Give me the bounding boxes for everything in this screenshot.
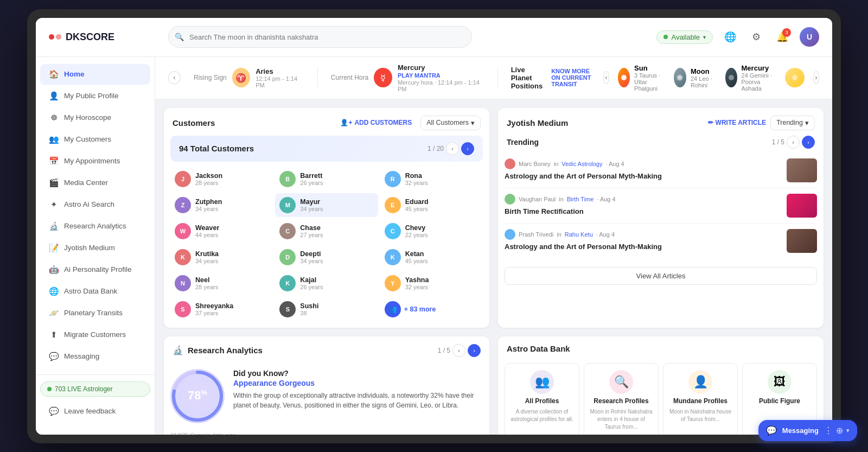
all-profiles-desc: A diverse collection of astrological pro… — [509, 408, 575, 423]
search-input[interactable] — [168, 26, 472, 48]
planet-prev-btn[interactable]: ‹ — [168, 71, 181, 84]
customers-page: 1 / 20 — [427, 145, 444, 152]
status-dot — [663, 35, 668, 39]
sidebar-item-feedback[interactable]: 💬 Leave feedback — [40, 401, 150, 422]
add-customers-btn[interactable]: 👤+ ADD CUSTOMERS — [336, 117, 416, 129]
trending-dropdown[interactable]: Trending ▾ — [770, 116, 815, 130]
articles-next-btn[interactable]: › — [802, 136, 815, 149]
name-deepti: Deepti — [300, 250, 323, 258]
public-figure-icon: 🖼 — [768, 370, 792, 394]
sidebar-label-jyotish: Jyotish Medium — [64, 244, 115, 252]
know-more-link[interactable]: KNOW MORE ON CURRENT TRANSIT — [551, 68, 595, 87]
customer-mayur[interactable]: M Mayur 34 years — [275, 193, 378, 217]
customer-shreeyanka[interactable]: S Shreeyanka 37 years — [170, 297, 273, 321]
rising-sign-name: Aries — [256, 67, 304, 75]
db-card-mundane[interactable]: 👤 Mundane Profiles Moon in Nakshatra hou… — [663, 363, 738, 435]
sidebar-item-customers[interactable]: 👥 My Customers — [40, 129, 150, 150]
sidebar-item-messaging[interactable]: 💬 Messaging — [40, 346, 150, 367]
customer-weaver[interactable]: W Weaver 44 years — [170, 219, 273, 243]
avatar-barrett: B — [279, 171, 296, 187]
info-chevy: Chevy 22 years — [405, 224, 428, 238]
avatar-mayur: M — [279, 197, 296, 213]
customer-chevy[interactable]: C Chevy 22 years — [380, 219, 483, 243]
play-mantra-link[interactable]: PLAY MANTRA — [398, 72, 441, 79]
article-1[interactable]: Marc Boney in Vedic Astrology · Aug 4 As… — [505, 153, 817, 188]
research-prev-btn[interactable]: ‹ — [452, 344, 465, 357]
view-all-articles-btn[interactable]: View All Articles — [505, 267, 817, 285]
sidebar-item-jyotish[interactable]: 📝 Jyotish Medium — [40, 238, 150, 258]
planet-sun: Sun 3 Taurus · Uttar Phalguni — [618, 64, 665, 92]
notification-icon[interactable]: 🔔 3 — [774, 28, 791, 46]
more-customers-badge[interactable]: 👥 + 83 more — [380, 297, 483, 321]
db-card-research[interactable]: 🔍 Research Profiles Moon in Rohini Naksh… — [584, 363, 659, 435]
customer-zutphen[interactable]: Z Zutphen 34 years — [170, 193, 273, 217]
in-label-2: in — [559, 196, 564, 202]
home-icon: 🏠 — [49, 69, 59, 79]
sun-info: Sun 3 Taurus · Uttar Phalguni — [634, 64, 665, 92]
author-avatar-3 — [505, 229, 515, 240]
sidebar-item-ai-search[interactable]: ✦ Astro Ai Search — [40, 194, 150, 215]
sidebar-item-appointments[interactable]: 📅 My Appointments — [40, 151, 150, 171]
planets-next[interactable]: › — [813, 71, 819, 84]
sidebar-item-migrate[interactable]: ⬆ Migrate Customers — [40, 324, 150, 345]
customer-eduard[interactable]: E Eduard 45 years — [380, 193, 483, 217]
settings-icon[interactable]: ⚙ — [748, 28, 765, 46]
status-badge[interactable]: Available ▾ — [656, 30, 713, 44]
avatar-jackson: J — [175, 171, 191, 187]
customer-kajal[interactable]: K Kajal 26 years — [275, 271, 378, 295]
customer-jackson[interactable]: J Jackson 28 years — [170, 167, 273, 191]
name-shreeyanka: Shreeyanka — [195, 302, 233, 310]
customers-prev-btn[interactable]: ‹ — [446, 142, 459, 155]
customer-ketan[interactable]: K Ketan 45 years — [380, 245, 483, 269]
all-customers-dropdown[interactable]: All Customers ▾ — [420, 116, 481, 130]
avatar-sushi: S — [279, 301, 296, 317]
customer-barrett[interactable]: B Barrett 26 years — [275, 167, 378, 191]
customer-chase[interactable]: C Chase 27 years — [275, 219, 378, 243]
avatar-ketan: K — [385, 249, 401, 265]
translate-icon[interactable]: 🌐 — [722, 28, 739, 46]
sidebar-label-messaging: Messaging — [64, 352, 99, 360]
more-icon: 👥 — [385, 301, 401, 317]
customers-next-btn[interactable]: › — [461, 142, 474, 155]
customer-neel[interactable]: N Neel 28 years — [170, 271, 273, 295]
add-customers-label: ADD CUSTOMERS — [354, 119, 412, 126]
user-avatar[interactable]: U — [800, 27, 819, 47]
sidebar-item-databank[interactable]: 🌐 Astro Data Bank — [40, 281, 150, 302]
customer-rona[interactable]: R Rona 32 years — [380, 167, 483, 191]
customer-yashna[interactable]: Y Yashna 32 years — [380, 271, 483, 295]
sun-detail: 3 Taurus · Uttar Phalguni — [634, 72, 665, 92]
hora-name: Mercury — [398, 63, 484, 72]
avatar-krutika: K — [175, 249, 191, 265]
feedback-icon: 💬 — [49, 406, 59, 416]
article-3[interactable]: Prash Trivedi in Rahu Ketu · Aug 4 Astro… — [505, 224, 817, 258]
sidebar-item-research[interactable]: 🔬 Research Analytics — [40, 216, 150, 237]
db-card-all-profiles[interactable]: 👥 All Profiles A diverse collection of a… — [505, 363, 579, 435]
article-2[interactable]: Vaughan Paul in Birth Time · Aug 4 Birth… — [505, 188, 817, 224]
name-rona: Rona — [405, 172, 428, 180]
write-article-btn[interactable]: ✏ WRITE ARTICLE — [708, 119, 767, 126]
mercury-detail: 24 Gemini · Poorva Ashada — [742, 72, 777, 92]
planets-prev[interactable]: ‹ — [603, 71, 609, 84]
customers-panel: Customers 👤+ ADD CUSTOMERS All Customers… — [164, 108, 489, 328]
age-chevy: 22 years — [405, 232, 428, 238]
sidebar-item-public-profile[interactable]: 👤 My Public Profile — [40, 86, 150, 106]
customer-sushi[interactable]: S Sushi 38 — [275, 297, 378, 321]
customer-krutika[interactable]: K Krutika 34 years — [170, 245, 273, 269]
messaging-more-btn[interactable]: ⋮ — [824, 425, 832, 435]
age-deepti: 34 years — [300, 258, 323, 264]
articles-prev-btn[interactable]: ‹ — [787, 136, 800, 149]
age-zutphen: 34 years — [195, 206, 222, 212]
trending-section-title: Trending — [507, 138, 539, 147]
name-barrett: Barrett — [300, 172, 323, 180]
sidebar-item-transits[interactable]: 🪐 Planetary Transits — [40, 303, 150, 323]
research-next-btn[interactable]: › — [468, 344, 481, 357]
article-title-3: Astrology and the Art of Personal Myth-M… — [505, 242, 781, 252]
messaging-widget[interactable]: 💬 Messaging ⋮ ⊕ ▾ — [758, 420, 832, 435]
info-neel: Neel 28 years — [195, 276, 218, 290]
sidebar-item-media[interactable]: 🎬 Media Center — [40, 173, 150, 193]
transits-icon: 🪐 — [49, 308, 59, 318]
sidebar-item-home[interactable]: 🏠 Home — [40, 64, 150, 85]
customer-deepti[interactable]: D Deepti 34 years — [275, 245, 378, 269]
sidebar-item-horoscope[interactable]: ☸ My Horoscope — [40, 107, 150, 128]
sidebar-item-ai-personality[interactable]: 🤖 Ai Personality Profile — [40, 259, 150, 280]
